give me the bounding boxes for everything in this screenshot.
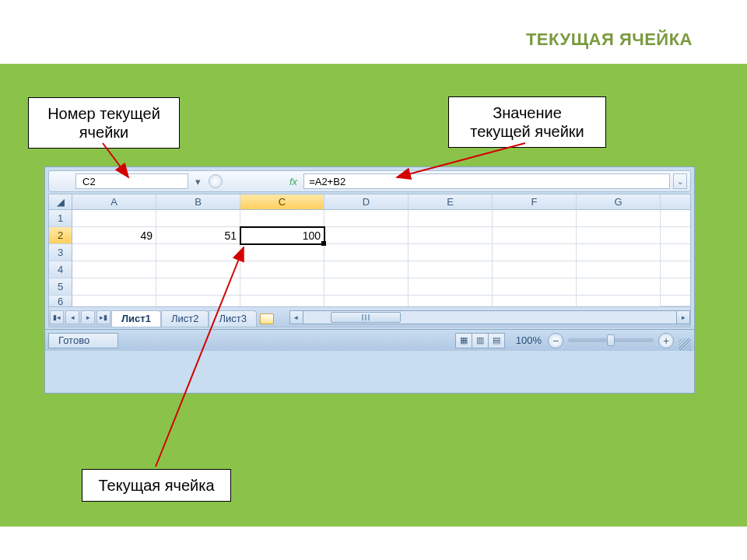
page-break-view-icon[interactable]: ▤ xyxy=(488,333,505,348)
cell[interactable]: 100 xyxy=(240,227,324,244)
name-box-dropdown-icon[interactable]: ▾ xyxy=(191,176,204,187)
slide-title: ТЕКУЩАЯ ЯЧЕЙКА xyxy=(526,30,693,50)
grid-row: 24951100 xyxy=(49,227,690,244)
column-header[interactable]: F xyxy=(493,194,577,210)
cell[interactable] xyxy=(324,227,409,244)
zoom-slider[interactable] xyxy=(568,338,654,342)
cell[interactable] xyxy=(240,261,324,278)
grid-row: 3 xyxy=(49,244,690,261)
cancel-icon[interactable] xyxy=(209,174,223,188)
column-header[interactable]: G xyxy=(577,194,661,210)
cell[interactable] xyxy=(72,210,156,227)
insert-function-icon[interactable]: fx xyxy=(289,176,297,187)
cell[interactable] xyxy=(409,227,493,244)
cell[interactable] xyxy=(240,278,324,296)
cell[interactable] xyxy=(72,296,156,306)
cell[interactable] xyxy=(409,261,493,278)
scroll-right-icon[interactable]: ▸ xyxy=(676,310,690,324)
zoom-thumb[interactable] xyxy=(607,334,615,346)
scroll-left-icon[interactable]: ◂ xyxy=(289,310,303,324)
cell[interactable]: 51 xyxy=(156,227,240,244)
cell[interactable] xyxy=(156,261,240,278)
grid-row: 4 xyxy=(49,261,690,278)
cell[interactable] xyxy=(493,210,577,227)
cell[interactable] xyxy=(493,227,577,244)
cell[interactable] xyxy=(409,244,493,261)
expand-formula-bar-icon[interactable]: ⌄ xyxy=(673,173,687,189)
cell[interactable] xyxy=(409,296,493,306)
prev-sheet-icon[interactable]: ◂ xyxy=(65,310,79,324)
cell[interactable]: 49 xyxy=(72,227,156,244)
cell[interactable] xyxy=(493,244,577,261)
cell[interactable] xyxy=(240,210,324,227)
sheet-tab[interactable]: Лист3 xyxy=(209,310,256,327)
formula-bar: C2 ▾ fx =A2+B2 ⌄ xyxy=(48,170,691,192)
cell[interactable] xyxy=(409,210,493,227)
column-header[interactable]: A xyxy=(72,194,156,210)
column-header[interactable]: C xyxy=(240,194,324,210)
column-headers: ◢ ABCDEFG xyxy=(49,194,690,210)
normal-view-icon[interactable]: ▦ xyxy=(455,333,472,348)
sheet-tabs-container: Лист1Лист2Лист3 xyxy=(111,308,257,327)
resize-grip-icon[interactable] xyxy=(679,338,691,351)
cell[interactable] xyxy=(409,278,493,296)
cell[interactable] xyxy=(156,296,240,306)
callout-current-cell: Текущая ячейка xyxy=(82,469,231,502)
zoom-in-icon[interactable]: + xyxy=(658,333,674,348)
grid-row: 1 xyxy=(49,210,690,227)
cell[interactable] xyxy=(324,244,409,261)
zoom-out-icon[interactable]: − xyxy=(548,333,563,348)
new-sheet-icon[interactable] xyxy=(260,313,274,324)
cell[interactable] xyxy=(72,261,156,278)
cell[interactable] xyxy=(240,296,324,306)
sheet-tab-bar: ▮◂ ◂ ▸ ▸▮ Лист1Лист2Лист3 ◂ ▸ xyxy=(48,307,691,327)
cell[interactable] xyxy=(72,278,156,296)
cell[interactable] xyxy=(156,244,240,261)
cell[interactable] xyxy=(240,244,324,261)
cell[interactable] xyxy=(324,296,409,306)
row-header[interactable]: 4 xyxy=(49,261,72,278)
column-header[interactable]: E xyxy=(409,194,493,210)
row-header[interactable]: 6 xyxy=(49,296,72,306)
horizontal-scrollbar[interactable]: ◂ ▸ xyxy=(289,310,690,324)
view-buttons: ▦ ▥ ▤ xyxy=(456,333,505,348)
cell[interactable] xyxy=(72,244,156,261)
row-header[interactable]: 2 xyxy=(49,227,72,244)
column-header[interactable]: B xyxy=(156,194,240,210)
cell[interactable] xyxy=(577,261,661,278)
cell[interactable] xyxy=(324,210,409,227)
scroll-track[interactable] xyxy=(303,310,676,324)
next-sheet-icon[interactable]: ▸ xyxy=(81,310,95,324)
zoom-percent[interactable]: 100% xyxy=(516,334,542,346)
column-header[interactable]: D xyxy=(324,194,409,210)
cell[interactable] xyxy=(577,227,661,244)
excel-window: C2 ▾ fx =A2+B2 ⌄ ◢ ABCDEFG 1249511003456… xyxy=(44,166,695,394)
sheet-tab[interactable]: Лист1 xyxy=(111,310,161,327)
row-header[interactable]: 1 xyxy=(49,210,72,227)
cell[interactable] xyxy=(493,296,577,306)
cell[interactable] xyxy=(577,296,661,306)
row-header[interactable]: 5 xyxy=(49,278,72,296)
select-all-corner[interactable]: ◢ xyxy=(49,194,72,210)
first-sheet-icon[interactable]: ▮◂ xyxy=(50,310,64,324)
cell[interactable] xyxy=(324,278,409,296)
name-box[interactable]: C2 xyxy=(75,173,188,189)
callout-cell-value: Значение текущей ячейки xyxy=(448,96,606,148)
cell[interactable] xyxy=(493,261,577,278)
scroll-thumb[interactable] xyxy=(331,312,401,323)
cell[interactable] xyxy=(577,210,661,227)
spreadsheet-grid[interactable]: ◢ ABCDEFG 1249511003456 xyxy=(48,194,691,307)
formula-input[interactable]: =A2+B2 xyxy=(303,173,670,189)
cell[interactable] xyxy=(577,278,661,296)
cell[interactable] xyxy=(156,210,240,227)
last-sheet-icon[interactable]: ▸▮ xyxy=(96,310,110,324)
status-bar: Готово ▦ ▥ ▤ 100% − + xyxy=(45,329,694,351)
page-layout-view-icon[interactable]: ▥ xyxy=(472,333,489,348)
callout-cell-reference: Номер текущей ячейки xyxy=(28,97,180,149)
cell[interactable] xyxy=(324,261,409,278)
cell[interactable] xyxy=(577,244,661,261)
cell[interactable] xyxy=(156,278,240,296)
cell[interactable] xyxy=(493,278,577,296)
row-header[interactable]: 3 xyxy=(49,244,72,261)
sheet-tab[interactable]: Лист2 xyxy=(161,310,209,327)
